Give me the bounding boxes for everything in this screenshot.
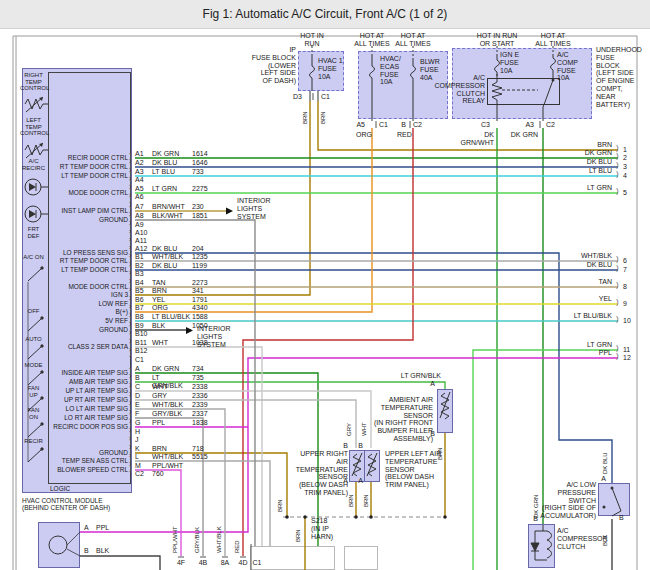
splice-dot [303, 515, 307, 519]
pin-circuit: 735 [192, 374, 218, 382]
module-control: FRT DEF [20, 226, 47, 239]
right-wire-number: 3 [623, 163, 635, 171]
pin-label: J [135, 436, 151, 444]
right-wire-number: 4 [623, 172, 635, 180]
pin-circuit: 2339 [192, 401, 218, 409]
ul-pin-a: A [355, 477, 363, 485]
pin-wire-color: WHT/BLK [152, 253, 192, 261]
motor-wire-a: PPL [96, 524, 116, 532]
pin-label: H [135, 428, 151, 436]
pin-wire-color: LT GRN [152, 185, 192, 193]
hot-label-uh-2: HOT AT ALL TIMES [529, 32, 577, 48]
ac-low-pressure-switch-box [598, 483, 630, 516]
right-wire-label: LT BLU [500, 167, 612, 175]
pin-label: B10 [135, 330, 151, 338]
ip-fuse-block-label: IP FUSE BLOCK (LOWER LEFT SIDE OF DASH) [226, 46, 296, 85]
pin-circuit: 1050 [192, 322, 218, 330]
pin-wire-color: DK BLU [152, 245, 192, 253]
upper-left-air-temp-sensor-box [364, 450, 380, 482]
pin-label: A1 [135, 150, 151, 158]
module-signal: MODE DOOR CTRL [0, 189, 130, 196]
pin-label: D [135, 392, 151, 400]
pin-label: B12 [135, 347, 151, 355]
pin-label: A6 [135, 193, 151, 201]
right-wire-bracket: ) [616, 352, 619, 361]
pin-wire-color: BRN [152, 445, 192, 453]
arrow-interior-lights-1 [226, 208, 233, 215]
hvac-ecas-fuse-label: HVAC/ ECAS FUSE 10A [380, 55, 406, 86]
pin-wire-color: GRY/BLK [152, 410, 192, 418]
pin-circuit: 1199 [192, 262, 218, 270]
module-control: AUTO [20, 336, 47, 343]
right-wire-number: 10 [623, 317, 635, 325]
module-control: LEFT TEMP CONTROL [20, 117, 47, 137]
switch-pin-a: A [598, 475, 606, 483]
hot-label-mid-1: HOT AT ALL TIMES [350, 32, 394, 48]
pin-label: G [135, 419, 151, 427]
pin-wire-color: LT BLU [152, 168, 192, 176]
hot-label-ip: HOT IN RUN [292, 32, 332, 48]
pin-wire-color: WHT [152, 383, 192, 391]
bottom-pin-label: 8A [218, 559, 232, 567]
module-signal: GROUND [0, 449, 130, 456]
interior-lights-label-1: INTERIOR LIGHTS SYSTEM [237, 197, 277, 220]
wire-label-dkblu-switch: DK BLU [602, 448, 608, 474]
wire-label-brn-2: BRN [320, 104, 326, 124]
splice-dot [354, 515, 358, 519]
right-wire-label: WHT/BLK [500, 252, 612, 260]
pin-d3: D3 [290, 93, 302, 101]
pin-label: B6 [135, 296, 151, 304]
page-title: Fig 1: Automatic A/C Circuit, Front A/C … [0, 0, 650, 29]
pin-b-mid: B [394, 121, 406, 129]
pin-c1-ip: C1 [321, 93, 333, 101]
pin-label: A10 [135, 229, 151, 237]
bottom-wire-label: PPL/WHT [172, 505, 178, 553]
pin-wire-color: YEL [152, 296, 192, 304]
wire-label-ltgrnblk: LT GRN/BLK [393, 372, 441, 380]
right-wire-label: YEL [500, 295, 612, 303]
right-wire-number: 7 [623, 266, 635, 274]
ambient-pin-b: B [427, 430, 435, 438]
pin-c3: C3 [478, 121, 490, 129]
right-wire-label: LT GRN [500, 184, 612, 192]
pin-circuit: 733 [192, 168, 218, 176]
pin-circuit: 1614 [192, 150, 218, 158]
right-wire-number: 1 [623, 146, 635, 154]
right-wire-label: BRN [500, 141, 612, 149]
right-wire-bracket: ) [616, 170, 619, 179]
pin-circuit: 1851 [192, 212, 218, 220]
pin-circuit: 1646 [192, 159, 218, 167]
right-wire-bracket: ) [616, 281, 619, 290]
hvac1-fuse-label: HVAC 1 FUSE 10A [318, 57, 344, 80]
wire-label-brn-k: BRN [277, 494, 283, 512]
module-signal: CLASS 2 SER DATA [0, 343, 130, 350]
module-control: RECIR [20, 438, 47, 445]
module-control: RIGHT TEMP CONTROL [20, 72, 47, 92]
pin-circuit: 4340 [192, 304, 218, 312]
pin-label: C1 [135, 356, 151, 364]
pressure-switch-label: A/C LOW PRESSURE SWITCH (RIGHT SIDE OF A… [536, 481, 596, 520]
pin-label: A12 [135, 245, 151, 253]
module-signal: BLOWER SPEED CTRL [0, 466, 130, 473]
pin-wire-color: DK GRN [152, 365, 192, 373]
pin-wire-color: ORG [152, 304, 192, 312]
module-signal: IGN 3 [0, 291, 130, 298]
pin-wire-color: WHT/BLK [152, 453, 192, 461]
pin-wire-color: DK BLU [152, 262, 192, 270]
right-wire-label: PPL [500, 349, 612, 357]
switch-pin-b: B [619, 514, 627, 522]
pin-circuit: 2337 [192, 410, 218, 418]
splice-s218-label: S218 (IN IP HARN) [311, 517, 345, 540]
bottom-wire-label: WHT/BLK [216, 505, 222, 553]
ign-e-fuse-label: IGN E FUSE 10A [500, 51, 530, 74]
logic-label: LOGIC [50, 485, 70, 492]
right-wire-label: DK BLU [500, 261, 612, 269]
hot-label-mid-2: HOT AT ALL TIMES [391, 32, 435, 48]
pin-circuit: 734 [192, 365, 218, 373]
motor-pin-b: B [84, 547, 94, 555]
bottom-pin-label: 4D [236, 559, 250, 567]
pin-label: B4 [135, 279, 151, 287]
right-wire-label: LT GRN [500, 341, 612, 349]
pin-wire-color: BLK [152, 322, 192, 330]
pin-c1-mid: C1 [379, 121, 391, 129]
